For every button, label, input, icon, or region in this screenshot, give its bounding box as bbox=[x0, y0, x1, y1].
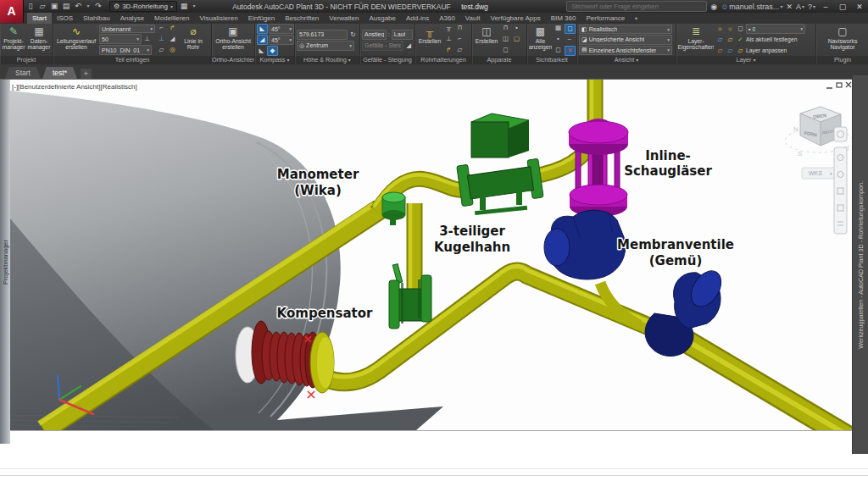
tab-verfuegbare-apps[interactable]: Verfügbare Apps bbox=[485, 13, 545, 24]
help-search-box[interactable] bbox=[566, 1, 707, 12]
ansichtsfenster-select[interactable]: ▤ Einzelnes Ansichtsfenster ▾ bbox=[579, 46, 672, 55]
navigation-bar[interactable] bbox=[834, 127, 847, 234]
manometer[interactable] bbox=[382, 192, 405, 225]
lauf-field[interactable]: Lauf bbox=[392, 30, 413, 40]
help-search-input[interactable] bbox=[570, 2, 683, 11]
apparat-erstellen-button[interactable]: ◫ Erstellen bbox=[474, 25, 499, 55]
tab-visualisieren[interactable]: Visualisieren bbox=[194, 13, 242, 24]
refresh-icon[interactable]: ↻ bbox=[348, 30, 358, 39]
linie-in-rohr-button[interactable]: ⌀ Linie in Rohr bbox=[180, 25, 207, 55]
kompass-toggle2-icon[interactable]: ◢ bbox=[257, 35, 268, 45]
tab-isos[interactable]: ISOS bbox=[52, 13, 78, 24]
viewport-controls-label[interactable]: [-][Benutzerdefinierte Ansicht][Realisti… bbox=[12, 83, 137, 91]
layer-tool6-icon[interactable]: ▱ bbox=[736, 47, 745, 55]
ansicht-select[interactable]: ◪ Ungesicherte Ansicht ▾ bbox=[579, 35, 672, 44]
sicht5-icon[interactable]: ◻ bbox=[554, 46, 563, 54]
leitungsverlauf-button[interactable]: ∿ Leitungsverlauf erstellen bbox=[55, 25, 97, 55]
layer-tool4-icon[interactable]: ▱ bbox=[715, 47, 725, 55]
filter-box-valve[interactable] bbox=[457, 113, 543, 215]
restore-button[interactable]: ▢ bbox=[836, 3, 849, 11]
tab-verwalten[interactable]: Verwalten bbox=[324, 13, 364, 24]
new-drawing-button[interactable]: + bbox=[81, 69, 92, 79]
visueller-stil-select[interactable]: ◧ Realistisch ▾ bbox=[579, 25, 672, 34]
tab-vault[interactable]: Vault bbox=[460, 13, 486, 24]
file-tab-test[interactable]: test* bbox=[42, 67, 77, 79]
tee-icon[interactable]: ⊥ bbox=[142, 35, 152, 43]
layer-anpassen-button[interactable]: Layer anpassen bbox=[746, 46, 787, 56]
kompass-toggle1-icon[interactable]: ◣ bbox=[257, 24, 268, 34]
zentrum-select[interactable]: ◎ Zentrum ▾ bbox=[297, 41, 354, 51]
gefaelle-pick-icon[interactable]: ◢ bbox=[404, 41, 413, 50]
tab-addins[interactable]: Add-ins bbox=[401, 13, 434, 24]
close-button[interactable]: ✕ bbox=[853, 3, 866, 11]
ansicht-panel-dropdown-icon[interactable]: ▾ bbox=[636, 58, 638, 63]
anstieg-field[interactable]: Anstieg bbox=[362, 30, 387, 40]
leitungsnummer-select[interactable]: Unbenannt ▾ bbox=[99, 25, 155, 33]
branch-icon[interactable]: ⊥ bbox=[157, 35, 166, 43]
wcs-label[interactable]: WKS bbox=[809, 170, 822, 176]
layer-tool3-icon[interactable]: ✓ bbox=[736, 36, 745, 44]
exchange-apps-icon[interactable]: ✕ bbox=[786, 3, 793, 11]
membrane-valve-1[interactable] bbox=[544, 210, 626, 279]
layer-tool1-icon[interactable]: ▱ bbox=[715, 36, 725, 44]
kompass-panel-dropdown-icon[interactable]: ▾ bbox=[287, 58, 289, 63]
layer-tool2-icon[interactable]: ▱ bbox=[726, 36, 735, 44]
autodesk-360-control[interactable]: A ▾ bbox=[796, 3, 804, 11]
apparat1-icon[interactable]: ⊓ bbox=[501, 24, 510, 32]
undo-icon[interactable]: ↶ bbox=[73, 1, 83, 12]
layer-panel-dropdown-icon[interactable]: ▾ bbox=[753, 58, 755, 63]
save-icon[interactable]: ▣ bbox=[49, 1, 59, 12]
tab-stahlbau[interactable]: Stahlbau bbox=[78, 13, 115, 24]
sicht1-icon[interactable]: ▩ bbox=[554, 24, 563, 32]
navisworks-button[interactable]: ▢ Navisworks Navigator bbox=[823, 25, 862, 55]
tab-bim360[interactable]: BIM 360 bbox=[546, 13, 581, 24]
tab-einfuegen[interactable]: Einfügen bbox=[243, 13, 281, 24]
alle-anzeigen-button[interactable]: ▩ Alle anzeigen bbox=[529, 25, 552, 55]
halterung2-icon[interactable]: ⊓ bbox=[455, 24, 465, 32]
layer-sperren-icon[interactable]: ◻ bbox=[736, 25, 745, 33]
ribbon-extra-icon[interactable]: ▪ bbox=[630, 13, 643, 24]
angle-icon[interactable]: ◢ bbox=[168, 35, 177, 43]
qat-dropdown-icon[interactable]: ▾ bbox=[191, 1, 198, 12]
spec-select[interactable]: PN10_DIN_01 ▾ bbox=[99, 45, 152, 55]
viewport-window-controls[interactable] bbox=[826, 82, 851, 88]
tab-beschriften[interactable]: Beschriften bbox=[280, 13, 324, 24]
signin-control[interactable]: ☺ manuel.stras... ▾ bbox=[721, 3, 782, 11]
halterung5-icon[interactable]: ↱ bbox=[444, 46, 453, 54]
tab-start[interactable]: Start bbox=[27, 13, 52, 24]
help-control[interactable]: ? ▾ bbox=[808, 3, 815, 11]
sicht4-icon[interactable]: – bbox=[565, 35, 574, 43]
layer-ein-icon[interactable]: ☼ bbox=[715, 25, 725, 33]
bend-icon[interactable]: ↱ bbox=[168, 24, 177, 32]
minimize-button[interactable]: – bbox=[819, 3, 832, 11]
ausblenden-icon[interactable]: ✕ bbox=[565, 46, 576, 56]
open-icon[interactable]: ▱ bbox=[37, 1, 47, 12]
ortho-ansicht-button[interactable]: ▣ Ortho-Ansicht erstellen bbox=[214, 25, 253, 55]
winkel2-select[interactable]: 45° ▾ bbox=[269, 35, 294, 45]
sight-glass[interactable] bbox=[569, 119, 628, 217]
display-icon[interactable]: ▦ bbox=[179, 1, 189, 12]
tab-analyse[interactable]: Analyse bbox=[115, 13, 149, 24]
halterung3-icon[interactable]: ⊥ bbox=[444, 35, 453, 43]
projektmanager-palette-tab[interactable]: Projektmanager bbox=[0, 80, 10, 444]
als-aktuell-festlegen-button[interactable]: Als aktuell festlegen bbox=[746, 35, 797, 45]
apparat2-icon[interactable]: ▪ bbox=[512, 24, 521, 32]
kompass-icon[interactable]: ◆ bbox=[267, 46, 278, 56]
werkzeugpaletten-tab[interactable]: Werkzeugpaletten - AutoCAD Plant 3D - Ro… bbox=[852, 75, 868, 454]
undo-dropdown-icon[interactable]: ▾ bbox=[85, 1, 92, 12]
plot-icon[interactable]: ▤ bbox=[61, 1, 71, 12]
winkel1-select[interactable]: 45° ▾ bbox=[269, 24, 294, 34]
apparat5-icon[interactable]: ◻ bbox=[501, 46, 510, 54]
application-menu-button[interactable]: A bbox=[0, 0, 24, 23]
layer-eigenschaften-button[interactable]: ≣ Layer-Eigenschaften bbox=[678, 25, 714, 55]
apparat4-icon[interactable]: ▢ bbox=[512, 35, 521, 43]
tab-ausgabe[interactable]: Ausgabe bbox=[364, 13, 401, 24]
hoehe-input[interactable]: 579.6173 bbox=[297, 30, 348, 40]
tab-performance[interactable]: Performance bbox=[581, 13, 630, 24]
layer-tool5-icon[interactable]: ▱ bbox=[726, 47, 735, 55]
datenmanager-button[interactable]: ▦ Daten-manager bbox=[27, 25, 51, 55]
kompass-snap-icon[interactable]: ◣ bbox=[257, 47, 266, 55]
halterung4-icon[interactable]: ⌐ bbox=[455, 35, 465, 43]
new-icon[interactable]: ▯ bbox=[25, 1, 36, 12]
hoehe-panel-dropdown-icon[interactable]: ▾ bbox=[348, 58, 351, 63]
